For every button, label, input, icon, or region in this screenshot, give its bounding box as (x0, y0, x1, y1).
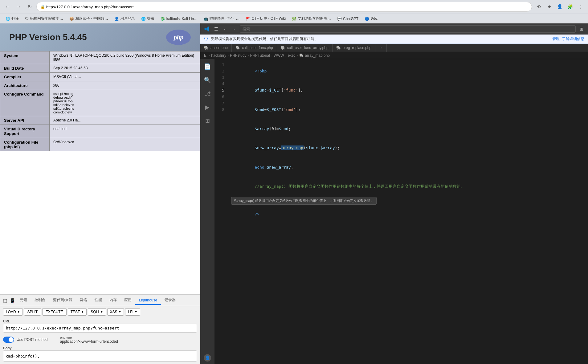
breadcrumb-sep-4: › (271, 53, 272, 58)
breadcrumb-sep-1: › (209, 53, 210, 58)
architecture-value: x86 (50, 81, 200, 90)
code-line-7: //array_map() 函数将用户自定义函数作用到数组中的每个值上，并返回用… (231, 177, 584, 196)
sqli-button[interactable]: SQLI ▼ (88, 308, 106, 316)
bookmark-ctf-label: CTF 历史 - CTF Wiki (251, 16, 286, 21)
sidebar-extensions-icon[interactable]: ⊞ (202, 116, 212, 126)
profile-icon[interactable]: 👤 (555, 2, 564, 11)
bookmark-kalitools-icon: 🐉 (161, 17, 165, 21)
menu-icon[interactable]: ⋮ (576, 2, 585, 11)
forward-button[interactable]: → (14, 2, 23, 11)
token-cmd-ref: $cmd (279, 126, 288, 131)
php-table: System Windows NT LAPTOP-HLQOD2I0 6.2 bu… (0, 51, 200, 151)
token-close1: ]; (298, 88, 303, 92)
sidebar-debug-icon[interactable]: ▶ (202, 102, 212, 112)
hackbar-toolbar: LOAD ▼ SPLIT EXECUTE TEST ▼ SQLI ▼ (0, 306, 200, 317)
sidebar-explorer-icon[interactable]: 📄 (202, 62, 212, 72)
vscode-hamburger-icon[interactable]: ☰ (213, 26, 219, 32)
tab-call-user-func[interactable]: 🐘 call_user_func.php (232, 44, 277, 52)
compiler-value: MSVC9 (Visua… (50, 73, 200, 81)
code-content[interactable]: <?php $func=$_GET['func']; $cmd=$_POST['… (227, 59, 588, 364)
extensions-icon[interactable]: 🧩 (566, 2, 574, 11)
bookmark-maifeng[interactable]: 🛡 蚂蜂网安学院教学… (22, 15, 66, 22)
php-header: PHP Version 5.4.45 php (0, 23, 200, 51)
tab-elements[interactable]: 元素 (16, 296, 31, 305)
configure-label: Configure Command (0, 90, 50, 116)
devtools-inspect-icon[interactable]: ⬚ (1, 297, 9, 304)
bookmark-translate[interactable]: 🌐 翻译 (3, 15, 21, 22)
serverapi-label: Server API (0, 116, 50, 125)
tab-call-user-func-array[interactable]: 🐘 call_user_func_array.php (277, 44, 333, 52)
sidebar-git-icon[interactable]: ⎇ (202, 89, 212, 99)
tab-assert-php[interactable]: 🐘 assert.php (200, 44, 232, 52)
token-semi2: ; (291, 165, 293, 170)
tab-memory[interactable]: 内存 (106, 296, 120, 305)
execute-button[interactable]: EXECUTE (42, 308, 67, 316)
bookmark-translate-label: 翻译 (11, 16, 19, 21)
tab-call-user-func-array-icon: 🐘 (281, 46, 285, 50)
sidebar-search-icon[interactable]: 🔍 (202, 75, 212, 85)
tab-recorder[interactable]: 记录器 (161, 296, 179, 305)
token-paren1: ( (304, 145, 306, 150)
code-line-8: ?> (231, 205, 584, 224)
vscode-layout-icon[interactable]: ⊞ (578, 26, 585, 32)
bookmark-login2[interactable]: 🌐 登录 (139, 15, 157, 22)
bookmark-ctf[interactable]: 🚩 CTF 历史 - CTF Wiki (243, 15, 288, 22)
xss-dropdown-arrow: ▼ (119, 310, 121, 313)
serverapi-value: Apache 2.0 Ha… (50, 116, 200, 125)
translate-icon[interactable]: ⟲ (534, 2, 543, 11)
hackbar-body-input[interactable]: cmd=phpinfo(); (3, 350, 197, 362)
bookmark-bilibili[interactable]: 📺 哔哩哔哩（*-*）… (201, 15, 242, 22)
lfi-button[interactable]: LFI ▼ (125, 308, 140, 316)
bookmark-bing[interactable]: 🔵 必应 (362, 15, 380, 22)
refresh-button[interactable]: ↻ (25, 2, 34, 11)
url-input[interactable]: http://127.0.0.1/exec/array_map.php?func… (46, 5, 528, 9)
manage-link[interactable]: 管理 (552, 36, 560, 42)
tab-preg-replace[interactable]: 🐘 preg_replace.php (333, 44, 375, 52)
load-dropdown-arrow: ▼ (17, 310, 20, 313)
address-bar[interactable]: 🔒 http://127.0.0.1/exec/array_map.php?fu… (36, 2, 532, 12)
xss-button[interactable]: XSS ▼ (107, 308, 124, 316)
system-label: System (0, 51, 50, 64)
vscode-forward-icon[interactable]: → (231, 26, 237, 32)
toggle-thumb (9, 337, 14, 342)
token-post: $_POST (267, 107, 281, 112)
breadcrumb-phptutorial: PHPTutorial (250, 53, 270, 58)
table-row: Architecture x86 (0, 81, 200, 90)
tab-performance[interactable]: 性能 (91, 296, 106, 305)
test-button[interactable]: TEST ▼ (68, 308, 87, 316)
bookmark-login1-label: 用户登录 (120, 16, 135, 21)
table-row: Compiler MSVC9 (Visua… (0, 73, 200, 81)
split-button[interactable]: SPLIT (24, 308, 41, 316)
tab-source[interactable]: 源代码/来源 (49, 296, 76, 305)
token-cmd-str: 'cmd' (284, 107, 296, 112)
hackbar-url-input[interactable]: http://127.0.0.1/exec/array_map.php?func… (3, 324, 197, 333)
code-line-6: echo $new_array; (231, 158, 584, 177)
token-semi1: ; (288, 126, 291, 131)
bookmark-login2-label: 登录 (147, 16, 154, 21)
tab-console[interactable]: 控制台 (31, 296, 49, 305)
load-button[interactable]: LOAD ▼ (3, 308, 23, 316)
bookmark-login1[interactable]: 👤 用户登录 (112, 15, 137, 22)
builddate-label: Build Date (0, 64, 50, 73)
url-label: URL (3, 319, 197, 323)
learn-more-link[interactable]: 了解详细信息 (562, 36, 584, 42)
tab-more[interactable]: → (375, 44, 387, 52)
bookmark-chatgpt[interactable]: 💬 ChatGPT (335, 16, 361, 22)
post-method-toggle[interactable] (3, 337, 14, 343)
bookmark-loudonghezi[interactable]: 📦 漏洞盒子 - 中国领… (67, 15, 111, 22)
bookmark-icon[interactable]: ★ (545, 2, 553, 11)
bookmark-bilibili-label: 哔哩哔哩（*-*）… (210, 16, 239, 21)
bookmark-kalitools[interactable]: 🐉 kalitools: Kali Lin… (158, 16, 200, 22)
vscode-search-input[interactable] (240, 25, 576, 33)
breadcrumb-e: E: (204, 53, 207, 58)
tab-network[interactable]: 网络 (76, 296, 91, 305)
bookmark-ailihao[interactable]: 🌿 艾利浩斯学院图书… (289, 15, 333, 22)
token-comma: , (318, 145, 321, 150)
tab-lighthouse[interactable]: Lighthouse (135, 296, 161, 305)
back-button[interactable]: ← (3, 2, 12, 11)
vscode-back-icon[interactable]: ← (222, 26, 229, 32)
devtools-mobile-icon[interactable]: 📱 (9, 297, 16, 304)
vscode-avatar[interactable]: 👤 (204, 354, 211, 362)
php-logo: php (166, 30, 191, 45)
tab-application[interactable]: 应用 (120, 296, 135, 305)
